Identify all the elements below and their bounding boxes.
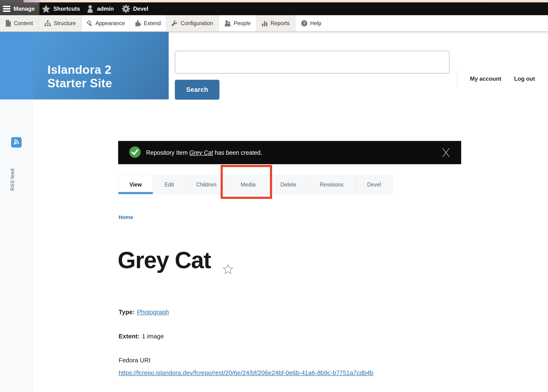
header-left-strip bbox=[0, 32, 33, 99]
star-icon bbox=[42, 5, 50, 13]
tab-edit[interactable]: Edit bbox=[153, 175, 186, 194]
admin-item-shortcuts[interactable]: Shortcuts bbox=[42, 2, 80, 15]
toolbar-item-content[interactable]: Content bbox=[0, 15, 39, 31]
close-icon[interactable] bbox=[441, 147, 451, 158]
paintbrush-icon bbox=[86, 20, 93, 27]
toolbar-item-structure[interactable]: Structure bbox=[39, 15, 82, 31]
page: Manage Shortcuts admin bbox=[0, 0, 548, 392]
admin-item-admin[interactable]: admin bbox=[86, 2, 114, 15]
toolbar-item-appearance[interactable]: Appearance bbox=[82, 15, 130, 31]
toolbar-item-help[interactable]: ? Help bbox=[295, 15, 327, 31]
field-extent-value: 1 image bbox=[142, 333, 164, 340]
breadcrumb-home[interactable]: Home bbox=[119, 214, 133, 220]
toolbar-item-label: Appearance bbox=[95, 20, 125, 27]
search-button[interactable]: Search bbox=[175, 80, 219, 100]
check-circle-icon bbox=[129, 146, 141, 159]
gear-icon bbox=[122, 5, 130, 13]
admin-item-manage[interactable]: Manage bbox=[0, 2, 39, 15]
status-message-text: Repository Item Grey Cat has been create… bbox=[146, 149, 262, 156]
toolbar-item-label: Configuration bbox=[180, 20, 213, 27]
search-input[interactable] bbox=[175, 51, 450, 74]
admin-toolbar: Manage Shortcuts admin bbox=[0, 2, 548, 15]
status-message: Repository Item Grey Cat has been create… bbox=[118, 141, 461, 164]
admin-item-label: Manage bbox=[14, 6, 35, 12]
toolbar-item-label: People bbox=[234, 20, 251, 27]
admin-item-label: admin bbox=[97, 6, 114, 12]
hamburger-icon bbox=[3, 6, 10, 12]
toolbar-item-extend[interactable]: Extend bbox=[130, 15, 166, 31]
type-photograph-link[interactable]: Photograph bbox=[137, 308, 169, 315]
field-type-label: Type: bbox=[119, 308, 134, 315]
rss-feed-button[interactable] bbox=[11, 137, 21, 147]
tab-delete[interactable]: Delete bbox=[269, 175, 308, 194]
question-circle-icon: ? bbox=[301, 20, 307, 27]
my-account-link[interactable]: My account bbox=[470, 76, 501, 82]
document-icon bbox=[6, 20, 11, 27]
fedora-uri-link[interactable]: https://fcrepo.islandora.dev/fcrepo/rest… bbox=[119, 369, 373, 376]
field-extent: Extent:1 image bbox=[119, 333, 164, 340]
tab-view[interactable]: View bbox=[118, 175, 153, 194]
field-fedora-uri-label: Fedora URI bbox=[119, 357, 150, 364]
barchart-icon bbox=[262, 20, 268, 26]
tab-label: Revisions bbox=[320, 182, 344, 188]
tab-label: View bbox=[130, 182, 142, 188]
toolbar-item-configuration[interactable]: Configuration bbox=[166, 15, 219, 31]
field-extent-label: Extent: bbox=[119, 333, 139, 340]
active-tab-underline bbox=[118, 192, 153, 194]
toolbar-item-label: Help bbox=[310, 20, 321, 27]
toolbar-item-label: Content bbox=[14, 20, 33, 27]
grey-cat-link[interactable]: Grey Cat bbox=[189, 149, 213, 156]
people-icon bbox=[224, 20, 231, 27]
user-icon bbox=[86, 5, 94, 13]
sitemap-icon bbox=[44, 20, 51, 26]
tab-revisions[interactable]: Revisions bbox=[308, 175, 356, 194]
account-divider bbox=[457, 71, 457, 87]
status-message-suffix: has been created. bbox=[213, 149, 262, 156]
star-outline-icon[interactable] bbox=[222, 264, 233, 276]
field-type: Type:Photograph bbox=[119, 308, 169, 316]
tab-label: Edit bbox=[164, 182, 174, 188]
toolbar-item-label: Extend bbox=[144, 20, 161, 27]
field-fedora-uri-value: https://fcrepo.islandora.dev/fcrepo/rest… bbox=[119, 369, 373, 377]
tab-devel[interactable]: Devel bbox=[356, 175, 393, 194]
toolbar-item-reports[interactable]: Reports bbox=[256, 15, 295, 31]
rss-feed-label: RSS feed bbox=[9, 149, 15, 191]
wrench-icon bbox=[172, 20, 178, 27]
site-branding[interactable]: Islandora 2 Starter Site bbox=[33, 32, 169, 99]
rss-icon bbox=[13, 139, 20, 146]
site-name[interactable]: Islandora 2 Starter Site bbox=[48, 63, 133, 90]
toolbar-item-people[interactable]: People bbox=[219, 15, 256, 31]
svg-text:?: ? bbox=[303, 21, 306, 26]
admin-item-label: Shortcuts bbox=[53, 6, 80, 12]
admin-item-devel[interactable]: Devel bbox=[122, 2, 148, 15]
media-tab-highlight bbox=[221, 165, 272, 199]
toolbar-item-label: Structure bbox=[54, 20, 76, 27]
admin-menu-tray: Content Structure Appearance Extend Conf… bbox=[0, 15, 548, 32]
status-message-prefix: Repository Item bbox=[146, 149, 189, 156]
log-out-link[interactable]: Log out bbox=[514, 76, 535, 82]
toolbar-item-label: Reports bbox=[271, 20, 290, 27]
left-sidebar: RSS feed bbox=[0, 99, 33, 392]
admin-item-label: Devel bbox=[133, 6, 148, 12]
tab-label: Devel bbox=[367, 182, 381, 188]
page-title: Grey Cat bbox=[118, 247, 211, 273]
puzzle-icon bbox=[135, 20, 141, 27]
window-top-strip bbox=[0, 0, 548, 2]
tab-label: Children bbox=[196, 182, 217, 188]
tab-label: Delete bbox=[280, 182, 296, 188]
